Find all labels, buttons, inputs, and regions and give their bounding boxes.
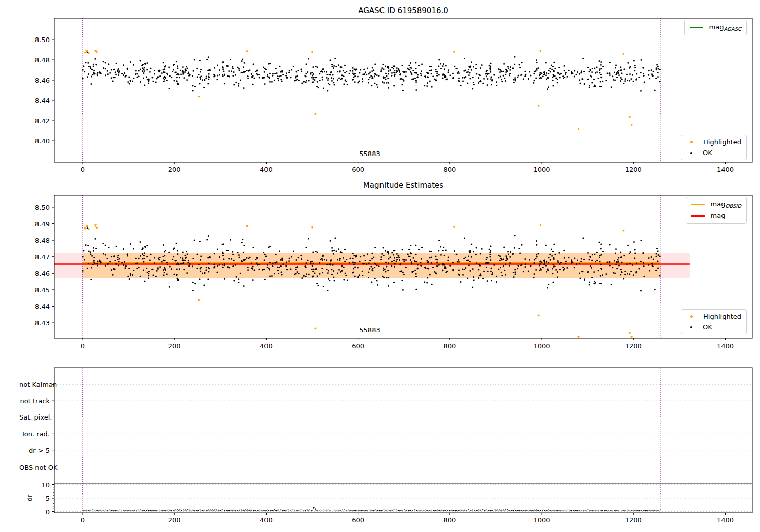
ok-point: [359, 72, 360, 73]
ok-point: [524, 70, 526, 72]
ok-point: [353, 268, 354, 269]
ok-point: [297, 75, 298, 77]
ok-point: [615, 264, 617, 265]
ok-point: [85, 62, 87, 63]
ok-point: [177, 253, 179, 255]
highlighted-point: [198, 299, 200, 301]
highlighted-point: [314, 113, 316, 115]
ok-point: [269, 262, 271, 263]
ok-point: [382, 276, 383, 277]
ok-point: [329, 59, 331, 61]
ok-point: [536, 59, 537, 61]
ok-point: [232, 75, 234, 77]
ok-point: [438, 65, 439, 67]
ok-point: [168, 66, 170, 68]
ok-point: [476, 247, 477, 249]
ok-point: [93, 257, 95, 258]
ok-point: [547, 88, 548, 90]
ok-point: [376, 264, 378, 266]
ok-point: [620, 77, 622, 79]
ok-point: [609, 72, 611, 74]
highlighted-point: [314, 327, 316, 329]
ok-point: [553, 244, 555, 245]
ok-point: [208, 235, 209, 237]
ok-point: [333, 78, 334, 79]
ok-point: [387, 270, 389, 271]
ok-point: [241, 72, 242, 73]
ok-point: [472, 77, 474, 78]
ok-point: [121, 262, 123, 264]
ok-point: [638, 268, 640, 270]
ok-point: [426, 85, 428, 87]
ok-point: [391, 72, 393, 74]
highlighted-point: [453, 51, 455, 53]
ok-point: [108, 247, 110, 248]
ok-point: [489, 69, 491, 71]
ok-point: [187, 262, 189, 263]
ok-point: [460, 281, 462, 283]
ok-point: [513, 272, 514, 273]
clipped-point-triangle: [630, 336, 633, 338]
ok-point: [599, 257, 600, 258]
ok-point: [640, 59, 642, 61]
ok-point: [246, 257, 248, 259]
ok-point: [463, 70, 465, 72]
ok-point: [194, 239, 195, 241]
flag-category-label: Ion. rad.: [19, 430, 50, 438]
y-tick-label: 8.50: [19, 36, 50, 44]
ok-point: [383, 277, 385, 278]
y-tick-label: 8.48: [19, 56, 50, 64]
ok-point: [454, 66, 455, 67]
ok-point: [540, 268, 541, 270]
ok-point: [473, 66, 474, 67]
ok-point: [525, 263, 526, 265]
ok-point: [611, 86, 612, 88]
ok-point: [133, 64, 134, 66]
ok-point: [263, 66, 264, 68]
ok-point: [648, 264, 649, 266]
ok-point: [435, 69, 437, 70]
ok-point: [593, 79, 595, 80]
ok-point: [535, 269, 537, 271]
ok-point: [322, 268, 323, 269]
ok-point: [472, 286, 473, 288]
ok-point: [501, 81, 503, 82]
ok-point: [424, 85, 425, 86]
ok-point: [224, 278, 225, 280]
ok-point: [634, 252, 636, 254]
ok-point: [506, 256, 507, 258]
ok-point: [286, 269, 287, 270]
ok-point: [391, 261, 393, 262]
ok-point: [373, 256, 374, 258]
ok-point: [368, 272, 369, 273]
ok-point: [113, 69, 115, 70]
ok-point: [438, 240, 440, 241]
ok-point: [509, 262, 511, 264]
ok-point: [353, 77, 354, 78]
ok-point: [269, 73, 271, 74]
ok-point: [396, 69, 398, 71]
ok-point: [256, 257, 258, 258]
ok-point: [503, 63, 505, 65]
ok-point: [354, 73, 356, 74]
ok-point: [374, 278, 376, 279]
ok-point: [657, 72, 659, 73]
ok-point: [159, 75, 161, 77]
ok-point: [393, 260, 395, 261]
ok-point: [135, 73, 136, 75]
ok-point: [223, 258, 225, 260]
ok-point: [528, 271, 529, 272]
ok-point: [90, 253, 91, 255]
ok-point: [119, 70, 120, 72]
ok-point: [466, 71, 468, 73]
ok-point: [182, 251, 184, 253]
ok-point: [490, 71, 491, 73]
ok-point: [88, 73, 89, 75]
ok-point: [615, 67, 616, 68]
ok-point: [458, 80, 460, 82]
ok-point: [326, 269, 328, 270]
ok-point: [345, 79, 346, 81]
ok-point: [543, 263, 545, 265]
ok-point: [421, 70, 422, 72]
ok-point: [179, 268, 180, 270]
